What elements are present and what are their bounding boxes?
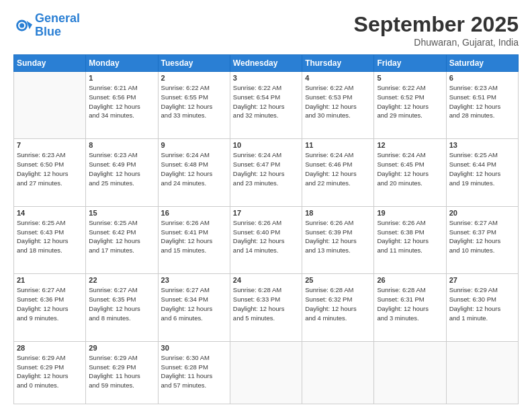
day-info: Sunrise: 6:29 AMSunset: 6:29 PMDaylight:… <box>17 353 83 390</box>
day-number: 14 <box>17 209 83 217</box>
day-number: 29 <box>89 344 154 352</box>
day-info: Sunrise: 6:29 AMSunset: 6:30 PMDaylight:… <box>449 285 515 322</box>
col-sunday: Sunday <box>14 55 86 72</box>
table-row <box>302 341 374 404</box>
table-row: 2Sunrise: 6:22 AMSunset: 6:55 PMDaylight… <box>158 72 230 139</box>
day-info: Sunrise: 6:27 AMSunset: 6:34 PMDaylight:… <box>161 285 227 322</box>
table-row: 29Sunrise: 6:29 AMSunset: 6:29 PMDayligh… <box>86 341 158 404</box>
day-info: Sunrise: 6:26 AMSunset: 6:38 PMDaylight:… <box>377 218 443 255</box>
col-friday: Friday <box>374 55 446 72</box>
logo-icon <box>13 16 32 35</box>
day-number: 2 <box>161 74 227 82</box>
table-row: 3Sunrise: 6:22 AMSunset: 6:54 PMDaylight… <box>230 72 302 139</box>
table-row: 14Sunrise: 6:25 AMSunset: 6:43 PMDayligh… <box>14 206 86 273</box>
table-row: 17Sunrise: 6:26 AMSunset: 6:40 PMDayligh… <box>230 206 302 273</box>
day-info: Sunrise: 6:23 AMSunset: 6:50 PMDaylight:… <box>17 150 83 187</box>
day-number: 12 <box>377 141 443 149</box>
col-tuesday: Tuesday <box>158 55 230 72</box>
table-row: 10Sunrise: 6:24 AMSunset: 6:47 PMDayligh… <box>230 139 302 206</box>
day-info: Sunrise: 6:28 AMSunset: 6:32 PMDaylight:… <box>305 285 371 322</box>
day-number: 3 <box>233 74 299 82</box>
day-number: 25 <box>305 276 371 284</box>
location: Dhuwaran, Gujarat, India <box>354 37 519 48</box>
logo: General Blue <box>13 12 80 39</box>
day-number: 5 <box>377 74 443 82</box>
day-number: 4 <box>305 74 371 82</box>
table-row: 4Sunrise: 6:22 AMSunset: 6:53 PMDaylight… <box>302 72 374 139</box>
month-title: September 2025 <box>354 12 519 37</box>
col-wednesday: Wednesday <box>230 55 302 72</box>
day-info: Sunrise: 6:24 AMSunset: 6:47 PMDaylight:… <box>233 150 299 187</box>
table-row: 22Sunrise: 6:27 AMSunset: 6:35 PMDayligh… <box>86 274 158 341</box>
table-row: 5Sunrise: 6:22 AMSunset: 6:52 PMDaylight… <box>374 72 446 139</box>
table-row: 16Sunrise: 6:26 AMSunset: 6:41 PMDayligh… <box>158 206 230 273</box>
table-row: 9Sunrise: 6:24 AMSunset: 6:48 PMDaylight… <box>158 139 230 206</box>
page: General Blue September 2025 Dhuwaran, Gu… <box>0 0 532 411</box>
day-number: 26 <box>377 276 443 284</box>
day-info: Sunrise: 6:26 AMSunset: 6:41 PMDaylight:… <box>161 218 227 255</box>
table-row: 12Sunrise: 6:24 AMSunset: 6:45 PMDayligh… <box>374 139 446 206</box>
day-info: Sunrise: 6:30 AMSunset: 6:28 PMDaylight:… <box>161 353 227 390</box>
table-row: 27Sunrise: 6:29 AMSunset: 6:30 PMDayligh… <box>446 274 518 341</box>
day-number: 22 <box>89 276 154 284</box>
table-row: 13Sunrise: 6:25 AMSunset: 6:44 PMDayligh… <box>446 139 518 206</box>
logo-line1: General <box>35 11 80 25</box>
table-row <box>230 341 302 404</box>
table-row: 7Sunrise: 6:23 AMSunset: 6:50 PMDaylight… <box>14 139 86 206</box>
day-info: Sunrise: 6:27 AMSunset: 6:36 PMDaylight:… <box>17 285 83 322</box>
table-row: 23Sunrise: 6:27 AMSunset: 6:34 PMDayligh… <box>158 274 230 341</box>
title-block: September 2025 Dhuwaran, Gujarat, India <box>354 12 519 48</box>
day-info: Sunrise: 6:26 AMSunset: 6:39 PMDaylight:… <box>305 218 371 255</box>
calendar-table: Sunday Monday Tuesday Wednesday Thursday… <box>13 54 519 404</box>
table-row: 20Sunrise: 6:27 AMSunset: 6:37 PMDayligh… <box>446 206 518 273</box>
col-monday: Monday <box>86 55 158 72</box>
table-row <box>374 341 446 404</box>
table-row: 30Sunrise: 6:30 AMSunset: 6:28 PMDayligh… <box>158 341 230 404</box>
day-info: Sunrise: 6:26 AMSunset: 6:40 PMDaylight:… <box>233 218 299 255</box>
day-number: 21 <box>17 276 83 284</box>
day-info: Sunrise: 6:24 AMSunset: 6:45 PMDaylight:… <box>377 150 443 187</box>
day-number: 30 <box>161 344 227 352</box>
table-row: 6Sunrise: 6:23 AMSunset: 6:51 PMDaylight… <box>446 72 518 139</box>
day-info: Sunrise: 6:24 AMSunset: 6:48 PMDaylight:… <box>161 150 227 187</box>
day-number: 9 <box>161 141 227 149</box>
day-info: Sunrise: 6:28 AMSunset: 6:31 PMDaylight:… <box>377 285 443 322</box>
logo-text: General Blue <box>35 12 80 39</box>
day-number: 18 <box>305 209 371 217</box>
table-row: 25Sunrise: 6:28 AMSunset: 6:32 PMDayligh… <box>302 274 374 341</box>
day-number: 7 <box>17 141 83 149</box>
table-row: 8Sunrise: 6:23 AMSunset: 6:49 PMDaylight… <box>86 139 158 206</box>
table-row <box>446 341 518 404</box>
table-row: 15Sunrise: 6:25 AMSunset: 6:42 PMDayligh… <box>86 206 158 273</box>
day-number: 23 <box>161 276 227 284</box>
day-number: 17 <box>233 209 299 217</box>
day-info: Sunrise: 6:22 AMSunset: 6:53 PMDaylight:… <box>305 83 371 120</box>
day-info: Sunrise: 6:25 AMSunset: 6:43 PMDaylight:… <box>17 218 83 255</box>
table-row: 11Sunrise: 6:24 AMSunset: 6:46 PMDayligh… <box>302 139 374 206</box>
table-row: 18Sunrise: 6:26 AMSunset: 6:39 PMDayligh… <box>302 206 374 273</box>
day-info: Sunrise: 6:24 AMSunset: 6:46 PMDaylight:… <box>305 150 371 187</box>
day-number: 27 <box>449 276 515 284</box>
day-info: Sunrise: 6:29 AMSunset: 6:29 PMDaylight:… <box>89 353 154 390</box>
header: General Blue September 2025 Dhuwaran, Gu… <box>13 12 519 48</box>
day-number: 20 <box>449 209 515 217</box>
day-number: 13 <box>449 141 515 149</box>
day-number: 11 <box>305 141 371 149</box>
day-info: Sunrise: 6:28 AMSunset: 6:33 PMDaylight:… <box>233 285 299 322</box>
day-number: 1 <box>89 74 154 82</box>
table-row: 21Sunrise: 6:27 AMSunset: 6:36 PMDayligh… <box>14 274 86 341</box>
svg-point-3 <box>19 23 24 28</box>
table-row: 24Sunrise: 6:28 AMSunset: 6:33 PMDayligh… <box>230 274 302 341</box>
day-info: Sunrise: 6:23 AMSunset: 6:49 PMDaylight:… <box>89 150 154 187</box>
day-info: Sunrise: 6:25 AMSunset: 6:42 PMDaylight:… <box>89 218 154 255</box>
day-info: Sunrise: 6:22 AMSunset: 6:55 PMDaylight:… <box>161 83 227 120</box>
logo-line2: Blue <box>35 25 61 38</box>
table-row: 19Sunrise: 6:26 AMSunset: 6:38 PMDayligh… <box>374 206 446 273</box>
day-number: 19 <box>377 209 443 217</box>
header-row: Sunday Monday Tuesday Wednesday Thursday… <box>14 55 519 72</box>
table-row: 26Sunrise: 6:28 AMSunset: 6:31 PMDayligh… <box>374 274 446 341</box>
day-info: Sunrise: 6:25 AMSunset: 6:44 PMDaylight:… <box>449 150 515 187</box>
col-thursday: Thursday <box>302 55 374 72</box>
day-info: Sunrise: 6:22 AMSunset: 6:52 PMDaylight:… <box>377 83 443 120</box>
day-number: 28 <box>17 344 83 352</box>
